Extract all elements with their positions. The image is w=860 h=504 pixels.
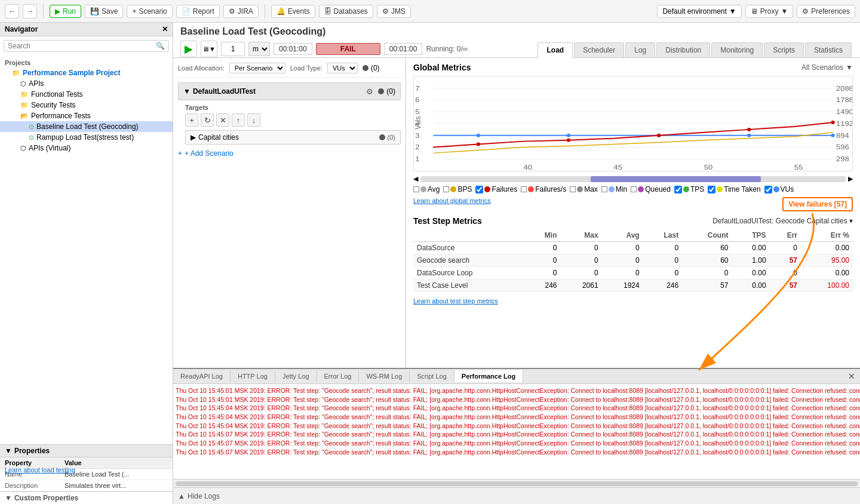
global-metrics-title: Global Metrics [413, 63, 471, 72]
legend-vus-dot [773, 186, 779, 192]
tab-distribution[interactable]: Distribution [656, 42, 710, 57]
move-down-btn[interactable]: ↓ [247, 113, 260, 127]
preferences-button[interactable]: ⚙ Preferences [797, 5, 855, 18]
sidebar-item-security-tests[interactable]: 📁 Security Tests [0, 100, 173, 110]
scenario-config-btn[interactable]: ⚙ [364, 85, 376, 97]
tab-scripts[interactable]: Scripts [764, 42, 804, 57]
tab-log[interactable]: Log [625, 42, 655, 57]
view-failures-button[interactable]: View failures [57] [782, 197, 853, 211]
sidebar-title: Navigator [5, 25, 38, 33]
scroll-thumb[interactable] [591, 176, 761, 182]
log-tab-error[interactable]: Error Log [317, 370, 360, 382]
legend-failures-check[interactable] [475, 186, 483, 193]
legend-avg-label: Avg [428, 185, 440, 193]
sidebar-item-performance-tests[interactable]: 📂 Performance Tests [0, 110, 173, 121]
log-tab-http[interactable]: HTTP Log [231, 370, 275, 382]
tab-statistics[interactable]: Statistics [805, 42, 852, 57]
sidebar-item-functional-tests[interactable]: 📁 Functional Tests [0, 89, 173, 100]
save-button[interactable]: 💾 Save [85, 5, 123, 18]
log-tab-script[interactable]: Script Log [410, 370, 454, 382]
log-tab-jetty[interactable]: Jetty Log [275, 370, 317, 382]
step-dropdown[interactable]: DefaultLoadUITest: Geocode Capital citie… [712, 217, 853, 225]
hide-logs-button[interactable]: ▲ Hide Logs [178, 492, 220, 500]
add-target-btn[interactable]: + [185, 113, 198, 127]
chevron-down-icon: ▼ [729, 7, 736, 16]
tab-monitoring[interactable]: Monitoring [711, 42, 763, 57]
step-err: 0 [770, 267, 801, 279]
add-scenario-button[interactable]: + + Add Scenario [178, 149, 234, 158]
log-horizontal-scrollbar[interactable] [173, 479, 860, 487]
sidebar-item-apis-virtual[interactable]: ⬡ APIs (Virtual) [0, 143, 173, 153]
svg-text:596: 596 [836, 143, 849, 151]
sidebar-item-apis[interactable]: ⬡ APIs [0, 78, 173, 89]
svg-text:1490: 1490 [836, 108, 852, 116]
legend-vus-check[interactable] [764, 186, 772, 193]
chart-legend: Avg BPS Failures [413, 185, 853, 193]
log-tab-readyapi[interactable]: ReadyAPI Log [173, 370, 231, 382]
learn-metrics-link[interactable]: Learn about global metrics [413, 197, 491, 211]
time-unit-select[interactable]: m s h [248, 42, 270, 56]
scroll-right-btn[interactable]: ▶ [848, 175, 853, 183]
report-button[interactable]: 📄 Report [176, 5, 220, 18]
run-button[interactable]: ▶ Run [50, 5, 81, 18]
metrics-filter[interactable]: All Scenarios ▼ [801, 63, 853, 72]
target-count: (0) [388, 134, 395, 141]
legend-failuress-dot [528, 186, 534, 192]
nav-back-btn[interactable]: ← [5, 4, 19, 19]
events-button[interactable]: 🔔 Events [271, 5, 315, 18]
legend-timetaken-check[interactable] [708, 186, 715, 193]
tab-load[interactable]: Load [538, 42, 573, 59]
log-content[interactable]: Thu Oct 10 15:45:01 MSK 2019: ERROR: Tes… [173, 384, 860, 479]
scroll-left-btn[interactable]: ◀ [413, 175, 418, 183]
step-tps: 1.00 [732, 254, 770, 267]
run-count-input[interactable] [221, 42, 245, 56]
play-button[interactable]: ▶ [180, 41, 197, 57]
learn-step-metrics[interactable]: Learn about test step metrics [413, 297, 853, 308]
collapse-icon2: ▼ [5, 494, 12, 502]
search-input[interactable] [8, 42, 156, 50]
scenario-header: ▼ DefaultLoadUITest ⚙ (0) [178, 82, 401, 100]
environment-selector[interactable]: Default environment ▼ [657, 5, 741, 18]
sidebar-project[interactable]: 📁 Performance Sample Project [0, 67, 173, 78]
scenario-button[interactable]: + Scenario [127, 5, 172, 18]
step-max: 0 [561, 267, 602, 279]
api-icon: ⬡ [20, 80, 26, 88]
col-last: Last [643, 229, 683, 242]
proxy-button[interactable]: 🖥 Proxy ▼ [745, 5, 794, 18]
legend-failures-dot [484, 186, 490, 192]
sidebar-item-baseline[interactable]: ⊙ Baseline Load Test (Geocoding) [0, 121, 173, 132]
alloc-select[interactable]: Per Scenario [229, 63, 285, 73]
nav-forward-btn[interactable]: → [23, 4, 37, 19]
log-tab-performance[interactable]: Performance Log [454, 370, 523, 382]
test-header: Baseline Load Test (Geocoding) ▶ 🖥▼ m s … [173, 23, 860, 58]
step-name: Test Case Level [413, 279, 526, 292]
log-close-btn[interactable]: ✕ [843, 369, 860, 383]
legend-bps-label: BPS [457, 185, 472, 193]
legend-tps-check[interactable] [674, 186, 682, 193]
vus-dot2 [378, 88, 384, 94]
move-up-btn[interactable]: ↑ [232, 113, 245, 127]
type-select[interactable]: VUs [327, 63, 358, 73]
search-box[interactable]: 🔍 [4, 40, 169, 52]
step-min: 246 [526, 279, 560, 292]
display-btn[interactable]: 🖥▼ [201, 41, 217, 57]
close-icon[interactable]: ✕ [162, 25, 168, 33]
scrollbar-thumb[interactable] [176, 481, 858, 486]
delete-target-btn[interactable]: ✕ [216, 113, 229, 127]
jira-button[interactable]: ⚙ JIRA [223, 5, 259, 18]
scroll-track[interactable] [420, 176, 846, 182]
databases-button[interactable]: 🗄 Databases [319, 5, 373, 18]
target-expand[interactable]: ▶ [191, 133, 196, 142]
log-tab-wsrm[interactable]: WS-RM Log [359, 370, 410, 382]
api-virtual-icon: ⬡ [20, 145, 26, 152]
svg-text:2086: 2086 [836, 84, 852, 92]
chart-scrollbar[interactable]: ◀ ▶ [413, 175, 853, 183]
log-line: Thu Oct 10 15:45:04 MSK 2019: ERROR: Tes… [176, 404, 858, 413]
sidebar-item-rampup[interactable]: ⊙ Rampup Load Test(stress test) [0, 132, 173, 143]
scenario-collapse[interactable]: ▼ [183, 87, 191, 96]
refresh-target-btn[interactable]: ↻ [201, 113, 214, 127]
load-panel: Load Allocation: Per Scenario Load Type:… [173, 58, 406, 368]
tab-scheduler[interactable]: Scheduler [574, 42, 624, 57]
legend-min-box [601, 186, 607, 192]
jms-button[interactable]: ⚙ JMS [377, 5, 411, 18]
